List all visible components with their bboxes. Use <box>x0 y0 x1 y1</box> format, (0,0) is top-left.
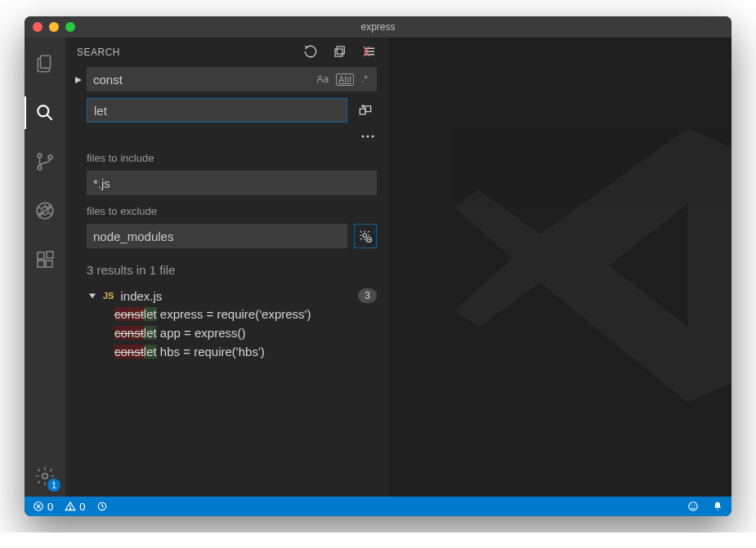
svg-marker-26 <box>75 77 82 83</box>
replace-all-icon <box>357 102 374 118</box>
search-form: Aa Abl .* <box>65 67 388 361</box>
feedback-item[interactable] <box>687 501 699 512</box>
svg-point-41 <box>70 508 71 509</box>
search-hit[interactable]: constlet app = express() <box>88 323 377 342</box>
hit-context: hbs = require('hbs') <box>157 345 265 359</box>
warnings-item[interactable]: 0 <box>65 501 85 513</box>
svg-line-10 <box>38 207 41 209</box>
hit-added: let <box>144 345 157 359</box>
svg-point-1 <box>38 105 48 116</box>
file-lang-badge: JS <box>103 291 114 301</box>
toggle-details-button[interactable] <box>87 129 377 142</box>
hit-added: let <box>144 307 157 321</box>
search-field[interactable]: Aa Abl .* <box>87 67 377 91</box>
search-hit[interactable]: constlet express = require('express') <box>88 305 377 323</box>
exclude-field[interactable] <box>87 224 347 248</box>
collapse-button[interactable] <box>333 44 347 61</box>
svg-point-31 <box>372 136 374 138</box>
hit-context: app = express() <box>157 326 246 340</box>
use-exclude-settings-toggle[interactable] <box>354 224 377 248</box>
hit-removed: const <box>114 326 144 340</box>
include-label: files to include <box>87 152 377 164</box>
svg-point-4 <box>38 166 42 170</box>
files-to-include-input[interactable] <box>93 176 370 190</box>
sync-item[interactable] <box>96 501 108 512</box>
vscode-watermark-icon <box>437 94 731 440</box>
collapse-icon <box>333 44 347 59</box>
svg-rect-17 <box>47 252 53 258</box>
svg-point-29 <box>362 136 365 138</box>
svg-point-30 <box>367 136 369 138</box>
svg-point-43 <box>689 502 698 511</box>
activity-bar: 1 <box>25 38 65 497</box>
error-icon <box>33 501 44 512</box>
minimize-window-button[interactable] <box>49 22 59 32</box>
results-tree: JS index.js 3 constlet express = require… <box>87 287 377 361</box>
svg-rect-19 <box>337 47 344 54</box>
extensions-tab[interactable] <box>25 243 65 276</box>
sidebar-title: SEARCH <box>77 47 120 58</box>
svg-rect-20 <box>335 49 342 56</box>
svg-line-13 <box>48 212 51 214</box>
close-window-button[interactable] <box>33 22 42 32</box>
svg-rect-28 <box>365 106 371 112</box>
smile-icon <box>687 501 699 512</box>
svg-rect-15 <box>38 261 44 267</box>
svg-point-3 <box>38 154 42 158</box>
match-case-toggle[interactable]: Aa <box>314 74 331 85</box>
files-to-exclude-input[interactable] <box>93 229 341 243</box>
app-window: express 1 <box>25 16 731 516</box>
clear-button[interactable] <box>362 44 377 61</box>
file-name: index.js <box>120 289 351 303</box>
hit-context: express = require('express') <box>157 307 311 321</box>
debug-tab[interactable] <box>25 194 65 227</box>
match-count-pill: 3 <box>358 288 377 303</box>
svg-point-18 <box>42 474 48 479</box>
results-summary: 3 results in 1 file <box>87 263 377 277</box>
replace-all-button[interactable] <box>354 98 377 123</box>
regex-toggle[interactable]: .* <box>359 74 370 85</box>
maximize-window-button[interactable] <box>65 22 75 32</box>
replace-field[interactable] <box>87 98 347 123</box>
result-file-row[interactable]: JS index.js 3 <box>88 287 377 305</box>
svg-line-2 <box>47 115 52 120</box>
svg-rect-0 <box>41 56 51 68</box>
svg-point-5 <box>48 155 52 159</box>
warnings-count: 0 <box>79 501 85 513</box>
settings-button[interactable]: 1 <box>25 456 65 497</box>
search-input[interactable] <box>93 73 314 87</box>
files-icon <box>34 53 56 74</box>
extensions-icon <box>35 250 55 270</box>
svg-rect-27 <box>360 109 365 114</box>
refresh-button[interactable] <box>303 44 318 61</box>
match-whole-word-toggle[interactable]: Abl <box>336 74 354 86</box>
warning-icon <box>65 501 76 512</box>
svg-marker-35 <box>89 294 96 299</box>
search-tab[interactable] <box>25 96 65 129</box>
notifications-item[interactable] <box>712 501 723 512</box>
svg-point-44 <box>691 505 692 506</box>
expand-replace-toggle[interactable] <box>74 75 83 85</box>
settings-badge: 1 <box>47 479 60 492</box>
replace-input[interactable] <box>94 104 340 118</box>
errors-count: 0 <box>47 501 53 513</box>
window-title: express <box>360 21 395 33</box>
errors-item[interactable]: 0 <box>33 501 53 513</box>
chevron-down-icon <box>88 292 96 300</box>
svg-point-32 <box>363 234 367 238</box>
svg-rect-14 <box>38 252 44 259</box>
scm-tab[interactable] <box>25 145 65 178</box>
clear-icon <box>362 44 377 59</box>
svg-rect-16 <box>46 261 52 267</box>
include-field[interactable] <box>87 171 377 195</box>
hit-removed: const <box>114 345 144 359</box>
titlebar: express <box>25 16 731 38</box>
search-hit[interactable]: constlet hbs = require('hbs') <box>88 342 377 361</box>
explorer-tab[interactable] <box>25 47 65 80</box>
no-bug-icon <box>34 200 56 221</box>
clock-icon <box>96 501 108 512</box>
refresh-icon <box>303 44 318 59</box>
window-body: 1 SEARCH <box>25 38 731 497</box>
sidebar-header: SEARCH <box>65 38 388 67</box>
editor-area <box>388 38 731 497</box>
